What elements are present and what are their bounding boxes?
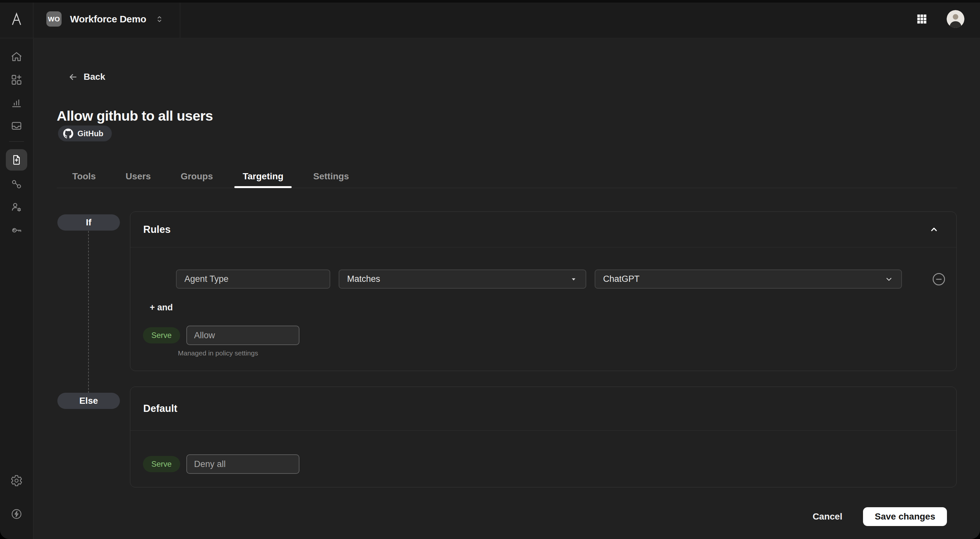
back-arrow-icon <box>68 72 78 82</box>
condition-value-text: ChatGPT <box>603 274 640 284</box>
else-pill: Else <box>57 393 120 409</box>
default-card-header: Default <box>130 387 956 431</box>
condition-field-input[interactable] <box>176 270 330 289</box>
rules-card-title: Rules <box>143 224 170 236</box>
apps-plus-icon <box>10 73 23 86</box>
apps-grid-icon[interactable] <box>916 13 928 25</box>
user-avatar[interactable] <box>947 10 964 28</box>
sidebar-footer <box>5 469 28 539</box>
default-serve-value-input[interactable] <box>186 454 299 474</box>
add-and-condition-button[interactable]: + and <box>150 303 173 313</box>
user-settings-icon <box>10 201 23 214</box>
if-pill: If <box>57 214 120 231</box>
sidebar-item-user-settings[interactable] <box>5 196 28 218</box>
condition-value-select[interactable]: ChatGPT <box>595 270 902 289</box>
sidebar-nav <box>0 38 33 539</box>
workspace-switcher[interactable]: WO Workforce Demo <box>33 0 180 38</box>
rules-serve-value-input[interactable] <box>186 325 299 345</box>
save-changes-button[interactable]: Save changes <box>863 507 947 526</box>
gear-icon <box>10 474 23 487</box>
rule-condition-row: Matches ChatGPT <box>176 270 946 289</box>
targeting-flow: If Else Rules <box>57 211 957 490</box>
default-serve-row: Serve <box>143 454 299 474</box>
condition-operator-value: Matches <box>347 274 380 284</box>
sidebar-item-home[interactable] <box>5 45 28 68</box>
tab-groups[interactable]: Groups <box>172 165 221 188</box>
github-icon <box>63 128 73 139</box>
workspace-avatar: WO <box>46 11 62 27</box>
content-area: Back Allow github to all users GitHub To… <box>33 38 980 539</box>
app-window: WO Workforce Demo <box>0 0 980 539</box>
sidebar-item-activity[interactable] <box>5 502 28 525</box>
tab-users[interactable]: Users <box>117 165 159 188</box>
back-label: Back <box>84 72 105 82</box>
flow-connector-line <box>88 231 89 393</box>
activity-bolt-icon <box>10 508 23 520</box>
serve-policy-note: Managed in policy settings <box>178 349 258 357</box>
chevron-up-icon <box>929 224 940 235</box>
integration-badge-label: GitHub <box>78 129 103 138</box>
analytics-icon <box>10 97 23 109</box>
serve-badge: Serve <box>143 456 180 472</box>
topbar: WO Workforce Demo <box>0 0 980 38</box>
workspace-name: Workforce Demo <box>70 14 146 25</box>
minus-circle-icon <box>932 272 946 286</box>
integration-badge: GitHub <box>58 126 112 141</box>
key-icon <box>10 224 23 236</box>
tab-tools[interactable]: Tools <box>64 165 104 188</box>
rules-serve-row: Serve <box>143 325 299 345</box>
collapse-rules-button[interactable] <box>929 224 940 235</box>
tab-bar: Tools Users Groups Targeting Settings <box>57 165 957 188</box>
rules-card: Rules Matches <box>130 211 957 371</box>
serve-badge: Serve <box>143 327 180 343</box>
tab-settings[interactable]: Settings <box>305 165 357 188</box>
inbox-icon <box>10 120 23 132</box>
back-button[interactable]: Back <box>68 72 105 82</box>
chevron-down-icon <box>885 275 894 284</box>
caret-down-icon <box>570 275 578 284</box>
brand-logo-icon <box>9 12 24 27</box>
tab-targeting[interactable]: Targeting <box>234 165 292 188</box>
connections-icon <box>10 178 23 190</box>
window-top-edge <box>0 0 980 3</box>
footer-actions: Cancel Save changes <box>813 507 947 526</box>
sidebar-item-connections[interactable] <box>5 172 28 196</box>
sidebar-divider <box>9 141 24 142</box>
chevron-up-down-icon <box>154 14 164 24</box>
sidebar-item-analytics[interactable] <box>5 91 28 114</box>
cancel-button[interactable]: Cancel <box>813 512 842 522</box>
sidebar-item-apps[interactable] <box>5 68 28 91</box>
sidebar-item-inbox[interactable] <box>5 114 28 137</box>
sidebar-item-settings[interactable] <box>5 469 28 492</box>
rules-card-header: Rules <box>130 212 956 247</box>
brand-logo[interactable] <box>0 0 33 38</box>
home-icon <box>10 51 23 63</box>
file-plus-icon <box>10 154 23 166</box>
sidebar-item-keys[interactable] <box>5 218 28 242</box>
default-card-title: Default <box>143 403 177 415</box>
default-card: Default Serve <box>130 387 957 488</box>
main-layout: Back Allow github to all users GitHub To… <box>0 38 980 539</box>
sidebar-item-policies-active[interactable] <box>6 149 27 171</box>
page-title: Allow github to all users <box>57 108 213 124</box>
remove-rule-button[interactable] <box>932 272 946 286</box>
condition-operator-select[interactable]: Matches <box>339 270 586 289</box>
